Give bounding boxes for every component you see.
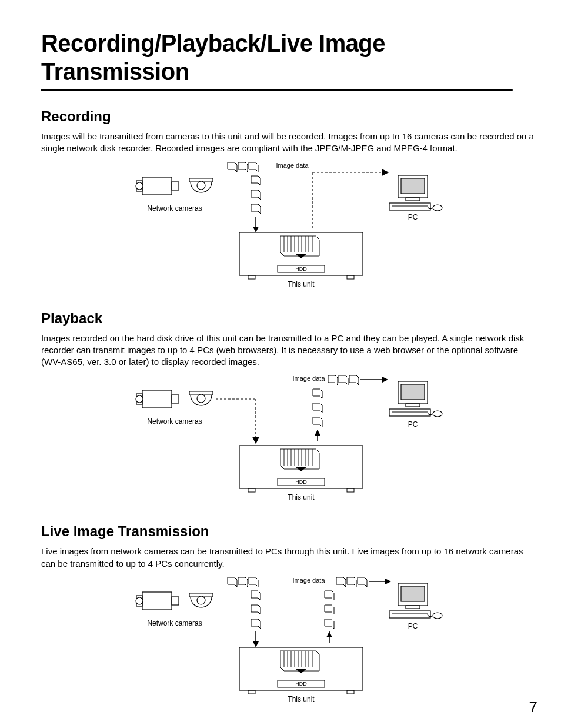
- live-body: Live images from network cameras can be …: [41, 546, 537, 570]
- svg-point-64: [136, 597, 143, 604]
- section-live: Live Image Transmission Live images from…: [41, 523, 537, 707]
- label-image-data-2: Image data: [292, 375, 325, 382]
- playback-body: Images recorded on the hard disk drive o…: [41, 333, 537, 368]
- label-pc-1: PC: [408, 213, 418, 221]
- svg-rect-0: [142, 177, 172, 195]
- label-hdd-1: HDD: [295, 266, 307, 272]
- svg-marker-41: [315, 430, 320, 436]
- page-number: 7: [529, 698, 537, 716]
- label-network-cameras-2: Network cameras: [147, 417, 202, 426]
- svg-marker-6: [253, 227, 259, 232]
- svg-point-2: [136, 182, 143, 190]
- svg-point-78: [433, 613, 442, 619]
- section-playback: Playback Images recorded on the hard dis…: [41, 310, 537, 506]
- svg-rect-3: [172, 182, 179, 190]
- svg-marker-9: [382, 169, 388, 175]
- label-hdd-2: HDD: [295, 479, 307, 485]
- svg-rect-50: [347, 488, 354, 492]
- svg-point-66: [197, 596, 205, 604]
- svg-rect-18: [347, 275, 354, 279]
- svg-rect-13: [389, 203, 430, 210]
- label-image-data-3: Image data: [292, 577, 325, 584]
- svg-rect-74: [401, 586, 425, 601]
- svg-rect-62: [142, 592, 172, 610]
- playback-heading: Playback: [41, 310, 537, 327]
- svg-rect-30: [142, 390, 172, 408]
- svg-point-47: [433, 411, 442, 417]
- label-pc-3: PC: [408, 622, 418, 630]
- svg-rect-65: [172, 597, 179, 605]
- svg-marker-70: [326, 631, 332, 637]
- svg-rect-17: [248, 275, 255, 279]
- live-diagram: Network cameras Image data: [125, 576, 454, 707]
- svg-rect-44: [406, 404, 420, 407]
- label-image-data-1: Image data: [276, 162, 309, 169]
- recording-body: Images will be transmitted from cameras …: [41, 131, 537, 155]
- svg-rect-43: [401, 384, 425, 400]
- svg-point-4: [197, 181, 205, 190]
- svg-rect-81: [347, 690, 354, 694]
- svg-rect-49: [248, 488, 255, 492]
- svg-point-34: [197, 394, 205, 403]
- label-network-cameras: Network cameras: [147, 204, 202, 212]
- svg-point-15: [433, 205, 442, 211]
- svg-rect-33: [172, 395, 179, 403]
- svg-marker-40: [382, 377, 388, 383]
- section-recording: Recording Images will be transmitted fro…: [41, 108, 537, 292]
- live-heading: Live Image Transmission: [41, 523, 537, 540]
- svg-marker-37: [253, 437, 259, 443]
- svg-rect-76: [389, 611, 430, 618]
- page-title: Recording/Playback/Live Image Transmissi…: [41, 29, 513, 91]
- svg-marker-68: [253, 641, 259, 647]
- recording-heading: Recording: [41, 108, 537, 125]
- svg-marker-72: [385, 579, 391, 584]
- label-this-unit-2: This unit: [288, 493, 315, 501]
- label-this-unit-1: This unit: [288, 280, 315, 288]
- svg-rect-12: [406, 198, 420, 201]
- label-this-unit-3: This unit: [288, 695, 315, 703]
- playback-diagram: Network cameras Image data: [125, 374, 454, 506]
- label-hdd-3: HDD: [295, 681, 307, 687]
- svg-rect-75: [406, 606, 420, 609]
- svg-rect-45: [389, 409, 430, 416]
- svg-rect-11: [401, 178, 425, 194]
- label-network-cameras-3: Network cameras: [147, 619, 202, 627]
- label-pc-2: PC: [408, 420, 418, 428]
- svg-point-32: [136, 395, 143, 403]
- svg-rect-80: [248, 690, 255, 694]
- recording-diagram: Network cameras Image data: [125, 161, 454, 292]
